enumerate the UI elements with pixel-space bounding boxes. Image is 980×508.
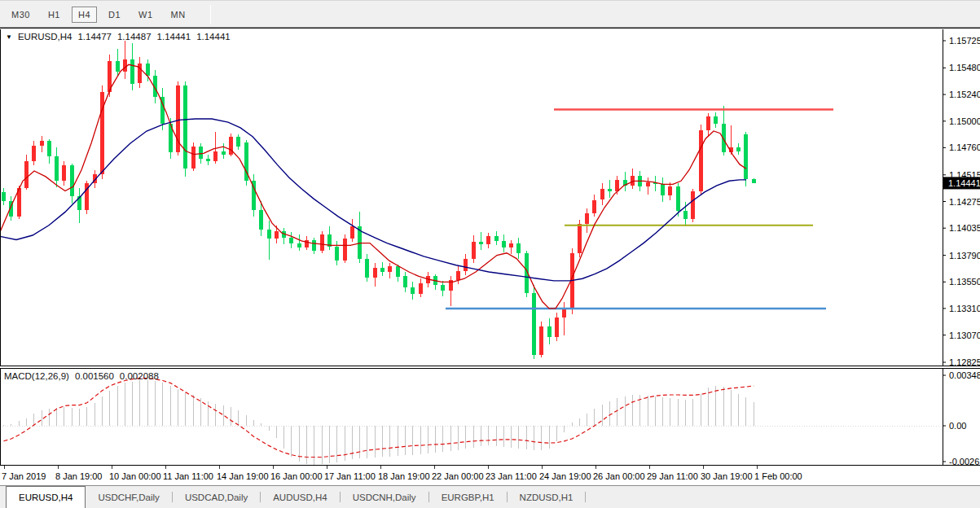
- macd-histogram-bar: [715, 386, 716, 426]
- candle-wick: [564, 302, 565, 335]
- macd-indicator-name: MACD(12,26,9): [4, 371, 69, 381]
- chart-close-value: 1.14441: [196, 32, 231, 42]
- macd-histogram-bar: [587, 414, 587, 426]
- candle-body: [494, 236, 499, 240]
- candle-body: [176, 85, 180, 152]
- current-price-value: 1.14441: [948, 178, 980, 188]
- timeframe-button-h1[interactable]: H1: [42, 7, 67, 23]
- candle-body: [562, 309, 566, 318]
- candle-body: [706, 116, 710, 129]
- candle-body: [70, 165, 74, 196]
- macd-histogram-bar: [352, 426, 353, 459]
- candle-body: [335, 247, 339, 261]
- candle-body: [24, 161, 29, 188]
- macd-histogram-bar: [685, 400, 686, 426]
- macd-histogram-bar: [556, 426, 557, 441]
- chart-tab-usdchf-daily[interactable]: USDCHF,Daily: [86, 486, 171, 508]
- candle-body: [714, 116, 718, 123]
- macd-histogram-bar: [655, 396, 656, 426]
- candle-body: [592, 200, 596, 213]
- macd-histogram-bar: [253, 420, 254, 427]
- macd-histogram-bar: [662, 397, 663, 426]
- ma-slow-blue-line: [0, 119, 746, 281]
- timeframe-button-m30[interactable]: M30: [5, 7, 37, 23]
- macd-histogram-bar: [19, 421, 20, 426]
- macd-histogram-bar: [33, 414, 34, 426]
- candle-body: [539, 326, 543, 355]
- time-axis-label: 14 Jan 19:00: [217, 471, 269, 481]
- macd-histogram-bar: [602, 405, 603, 426]
- macd-histogram-bar: [442, 426, 443, 452]
- candle-body: [191, 147, 196, 169]
- candle-body: [373, 268, 377, 278]
- candle-body: [441, 285, 445, 291]
- macd-histogram-bar: [723, 387, 724, 426]
- macd-histogram-bar: [200, 398, 201, 426]
- macd-histogram-bar: [473, 426, 474, 448]
- time-axis-tick: [327, 466, 327, 469]
- price-axis-label: 1.15000: [949, 116, 980, 126]
- time-axis-tick: [649, 466, 650, 469]
- candle-body: [206, 159, 210, 161]
- macd-histogram-bar: [86, 407, 87, 426]
- macd-indicator-canvas[interactable]: 0.0034890.00-0.002617: [0, 369, 980, 465]
- chart-tab-usdcnh-daily[interactable]: USDCNH,Daily: [341, 486, 428, 508]
- macd-histogram-bar: [678, 399, 679, 426]
- macd-histogram-bar: [79, 409, 80, 426]
- time-axis-label: 16 Jan 00:00: [270, 471, 323, 481]
- macd-histogram-bar: [336, 426, 337, 462]
- time-axis-tick: [542, 466, 543, 469]
- macd-histogram-bar: [170, 386, 171, 426]
- chart-tab-eurusd-h4[interactable]: EURUSD,H4: [6, 486, 86, 508]
- macd-value: 0.001560: [75, 371, 114, 381]
- candle-body: [419, 283, 423, 295]
- macd-histogram-bar: [701, 394, 701, 427]
- candle-body: [259, 210, 263, 230]
- time-axis-tick: [488, 466, 489, 469]
- candle-body: [744, 134, 748, 179]
- macd-histogram-bar: [609, 401, 610, 426]
- chart-window: 1.157251.154801.152401.150001.147601.145…: [0, 28, 980, 485]
- candle-body: [411, 287, 415, 294]
- candle-body: [320, 234, 324, 251]
- candle-body: [396, 266, 400, 276]
- chart-dropdown-icon[interactable]: ▼: [6, 33, 12, 41]
- candle-body: [516, 243, 521, 253]
- candle-body: [676, 186, 680, 211]
- chart-tab-usdcad-daily[interactable]: USDCAD,Daily: [173, 486, 260, 508]
- chart-tab-audusd-h4[interactable]: AUDUSD,H4: [261, 486, 339, 508]
- candle-body: [502, 241, 506, 247]
- candle-body: [350, 226, 354, 239]
- mt4-terminal-window: M30H1H4D1W1MN 1.157251.154801.152401.150…: [0, 0, 980, 508]
- candle-body: [183, 85, 187, 169]
- macd-histogram-bar: [754, 402, 754, 426]
- timeframe-button-mn[interactable]: MN: [165, 7, 192, 23]
- macd-histogram-bar: [549, 426, 550, 449]
- candle-wick: [299, 234, 300, 251]
- candle-body: [289, 238, 293, 243]
- candle-body: [615, 180, 619, 191]
- macd-histogram-bar: [64, 407, 64, 426]
- timeframe-button-h4[interactable]: H4: [72, 7, 97, 23]
- time-axis-tick: [434, 466, 435, 469]
- macd-histogram-bar: [481, 426, 481, 446]
- price-axis-label: 1.14275: [949, 197, 980, 207]
- time-axis-tick: [595, 466, 596, 469]
- candle-body: [449, 280, 453, 291]
- candle-body: [646, 182, 650, 186]
- macd-axis-label: 0.00: [949, 421, 966, 431]
- timeframe-button-d1[interactable]: D1: [102, 7, 127, 23]
- candle-body: [297, 243, 301, 247]
- candle-body: [365, 259, 369, 278]
- chart-tab-eurgbp-h1[interactable]: EURGBP,H1: [429, 486, 507, 508]
- time-axis-label: 17 Jan 11:00: [324, 471, 376, 481]
- candle-body: [62, 165, 66, 181]
- price-chart-canvas[interactable]: 1.157251.154801.152401.150001.147601.145…: [0, 29, 980, 366]
- macd-histogram-bar: [450, 426, 451, 451]
- chart-tab-nzdusd-h1[interactable]: NZDUSD,H1: [508, 486, 586, 508]
- macd-histogram-bar: [178, 389, 178, 426]
- candle-body: [146, 64, 150, 76]
- timeframe-button-w1[interactable]: W1: [132, 7, 160, 23]
- candle-body: [40, 141, 44, 145]
- candle-body: [213, 151, 218, 161]
